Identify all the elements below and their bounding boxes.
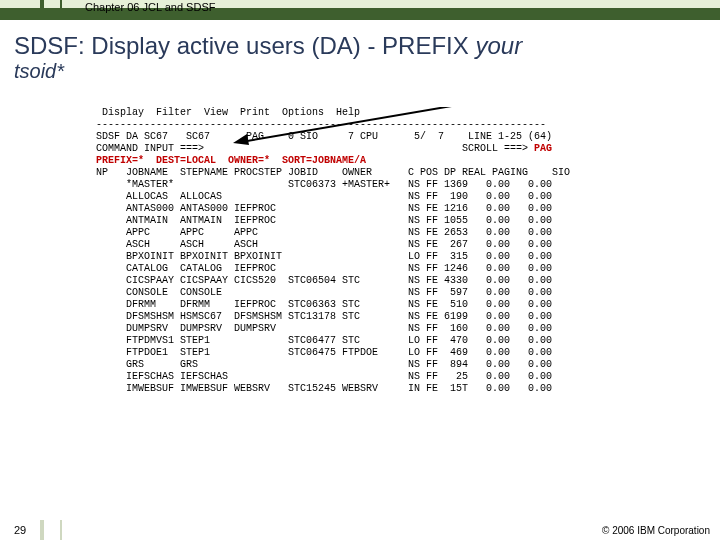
scroll-value: PAG xyxy=(534,143,552,154)
page-number: 29 xyxy=(14,524,26,536)
footer-rule-2 xyxy=(60,520,62,540)
footer-rule-1 xyxy=(40,520,44,540)
sdsf-panel: Display Filter View Print Options Help -… xyxy=(90,107,650,395)
sdsf-divider: ----------------------------------------… xyxy=(90,119,650,131)
sdsf-prefix-line: PREFIX=* DEST=LOCAL OWNER=* SORT=JOBNAME… xyxy=(90,155,650,167)
sdsf-column-header: NP JOBNAME STEPNAME PROCSTEP JOBID OWNER… xyxy=(90,167,650,179)
sdsf-command-line: COMMAND INPUT ===> SCROLL ===> PAG xyxy=(90,143,650,155)
title-italic-suffix: your xyxy=(475,32,522,59)
sdsf-menu-bar: Display Filter View Print Options Help xyxy=(90,107,650,119)
sdsf-status-line: SDSF DA SC67 SC67 PAG 0 SIO 7 CPU 5/ 7 L… xyxy=(90,131,650,143)
copyright-text: © 2006 IBM Corporation xyxy=(602,525,710,536)
title-text: SDSF: Display active users (DA) - PREFIX xyxy=(14,32,475,59)
header-rule-2 xyxy=(60,0,62,20)
command-input-label: COMMAND INPUT ===> xyxy=(90,143,204,154)
slide-title: SDSF: Display active users (DA) - PREFIX… xyxy=(14,32,706,60)
header-rule-1 xyxy=(40,0,44,20)
sdsf-rows: *MASTER* STC06373 +MASTER+ NS FF 1369 0.… xyxy=(90,179,650,395)
subtitle-text: tsoid* xyxy=(14,60,64,82)
title-block: SDSF: Display active users (DA) - PREFIX… xyxy=(0,20,720,85)
chapter-label: Chapter 06 JCL and SDSF xyxy=(85,1,215,13)
slide-subtitle: tsoid* xyxy=(14,60,706,83)
scroll-label: SCROLL ===> xyxy=(462,143,534,154)
prefix-highlight: PREFIX=* DEST=LOCAL OWNER=* SORT=JOBNAME… xyxy=(90,155,366,166)
slide-header-bar: Chapter 06 JCL and SDSF xyxy=(0,0,720,20)
command-input-space xyxy=(204,143,462,154)
slide-footer: 29 © 2006 IBM Corporation xyxy=(0,520,720,540)
